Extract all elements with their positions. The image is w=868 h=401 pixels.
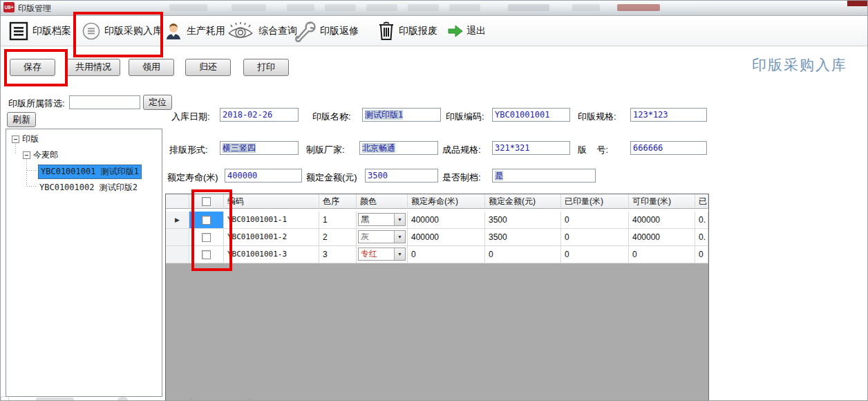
product-spec-field[interactable]: 321*321 — [492, 141, 570, 155]
rated-life-field[interactable]: 400000 — [225, 169, 302, 183]
toolbar-item-plate-purchase[interactable]: 印版采购入库 — [82, 16, 162, 46]
cell-life[interactable]: 400000 — [408, 229, 485, 246]
plate-name-field[interactable]: 测试印版1 — [362, 108, 441, 122]
product-spec-value: 321*321 — [495, 143, 530, 153]
layout-form-field[interactable]: 横三竖四 — [220, 141, 299, 155]
plate-code-field[interactable]: YBC01001001 — [492, 108, 570, 122]
toolbar-item-plate-scrap[interactable]: 印版报废 — [377, 16, 437, 46]
chevron-down-icon[interactable]: ▼ — [394, 214, 405, 225]
row-indicator[interactable] — [166, 229, 189, 246]
titlebar-ghost — [408, 4, 439, 11]
cell-printable[interactable]: 400000 — [629, 212, 695, 229]
cell-extra[interactable]: 0. — [695, 229, 708, 246]
titlebar-ghost — [366, 4, 397, 11]
filter-input[interactable] — [69, 95, 140, 109]
select-all-checkbox-cell[interactable] — [189, 194, 224, 209]
tree-node-label: YBC01001001 测试印版1 — [38, 165, 142, 179]
titlebar-ghost — [287, 4, 314, 11]
row-checkbox-cell[interactable] — [189, 246, 224, 263]
tree-node-root[interactable]: 印版 — [12, 133, 39, 145]
row-checkbox[interactable] — [202, 233, 211, 242]
toolbar-item-label: 印版档案 — [32, 25, 71, 37]
tree-node-group[interactable]: 今麦郎 — [23, 149, 58, 161]
storage-date-field[interactable]: 2018-02-26 — [220, 108, 299, 122]
col-header-printed[interactable]: 已印量(米) — [561, 194, 629, 209]
cell-amount[interactable]: 3500 — [485, 212, 561, 229]
toolbar-item-label: 综合查询 — [258, 25, 297, 37]
col-header-seq[interactable]: 色序 — [319, 194, 357, 209]
cell-printed[interactable]: 0 — [561, 246, 629, 263]
color-sequence-grid: 编码 色序 颜色 额定寿命(米) 额定金额(元) 已印量(米) 可印量(米) 已… — [165, 194, 709, 401]
row-checkbox[interactable] — [202, 216, 211, 225]
toolbar-item-综合查询[interactable]: 综合查询 — [226, 16, 297, 46]
color-dropdown[interactable]: 专红▼ — [358, 248, 406, 261]
locate-button[interactable]: 定位 — [143, 95, 172, 110]
refresh-button[interactable]: 刷新 — [7, 112, 36, 127]
is-archived-value: 是 — [495, 171, 503, 180]
toolbar-item-exit[interactable]: 退出 — [448, 16, 486, 46]
layout-form-label: 排版形式: — [169, 144, 208, 156]
collapse-icon[interactable] — [12, 136, 19, 143]
cell-printed[interactable]: 0 — [561, 229, 629, 246]
return-button[interactable]: 归还 — [185, 59, 231, 76]
cell-extra[interactable]: 0 — [695, 246, 708, 263]
cell-amount[interactable]: 0 — [485, 246, 561, 263]
plate-no-field[interactable]: 666666 — [630, 141, 707, 155]
col-header-amount[interactable]: 额定金额(元) — [485, 194, 561, 209]
tree-node-label: YBC01001002 测试印版2 — [39, 182, 138, 194]
is-archived-field[interactable]: 是 — [492, 169, 596, 183]
color-dropdown[interactable]: 灰▼ — [358, 230, 406, 243]
cell-amount[interactable]: 3500 — [485, 229, 561, 246]
collapse-icon[interactable] — [23, 151, 30, 159]
row-checkbox[interactable] — [202, 250, 211, 259]
tree-node-plate1-selected[interactable]: YBC01001001 测试印版1 — [38, 165, 142, 179]
cell-seq[interactable]: 2 — [319, 229, 357, 246]
chevron-down-icon[interactable]: ▼ — [394, 231, 405, 243]
col-header-color[interactable]: 颜色 — [357, 194, 408, 209]
color-dropdown-value: 专红 — [361, 248, 377, 260]
cell-code[interactable]: YBC01001001-3 — [224, 246, 319, 263]
row-indicator[interactable] — [166, 246, 189, 263]
plate-spec-field[interactable]: 123*123 — [630, 108, 707, 122]
rated-amount-field[interactable]: 3500 — [365, 169, 438, 183]
grid-corner-header[interactable] — [166, 194, 189, 209]
cell-extra[interactable]: 0. — [695, 212, 708, 229]
color-dropdown[interactable]: 黑▼ — [358, 213, 406, 226]
plate-maker-field[interactable]: 北京畅通 — [359, 141, 438, 155]
col-header-life[interactable]: 额定寿命(米) — [408, 194, 485, 209]
trash-icon — [377, 21, 395, 41]
titlebar-ghost — [508, 4, 549, 11]
toolbar-item-label: 生产耗用 — [187, 25, 225, 37]
cell-seq[interactable]: 1 — [319, 212, 357, 229]
cell-code[interactable]: YBC01001001-2 — [224, 229, 319, 246]
row-checkbox-cell[interactable] — [189, 229, 224, 246]
col-header-extra[interactable]: 已 — [695, 194, 708, 209]
row-indicator[interactable]: ▶ — [166, 212, 189, 229]
col-header-code[interactable]: 编码 — [224, 194, 319, 209]
cell-code[interactable]: YBC01001001-1 — [224, 212, 319, 229]
cell-printed[interactable]: 0 — [561, 212, 629, 229]
plate-maker-value: 北京畅通 — [362, 143, 395, 153]
cell-color[interactable]: 专红▼ — [357, 246, 408, 263]
chevron-down-icon[interactable]: ▼ — [394, 248, 405, 260]
toolbar-item-production-consume[interactable]: 生产耗用 — [164, 16, 225, 46]
cell-color[interactable]: 黑▼ — [357, 212, 408, 229]
cell-color[interactable]: 灰▼ — [357, 229, 408, 246]
row-checkbox-cell[interactable] — [189, 212, 224, 229]
col-header-printable[interactable]: 可印量(米) — [629, 194, 695, 209]
tree-node-plate2[interactable]: YBC01001002 测试印版2 — [39, 182, 138, 194]
titlebar-ghost — [572, 4, 600, 11]
list-square-icon — [8, 21, 29, 41]
save-button[interactable]: 保存 — [10, 59, 55, 76]
cell-printable[interactable]: 0 — [629, 246, 695, 263]
print-button[interactable]: 打印 — [243, 59, 289, 76]
toolbar-item-plate-archive[interactable]: 印版档案 — [8, 16, 71, 46]
cell-life[interactable]: 0 — [408, 246, 485, 263]
cell-life[interactable]: 400000 — [408, 212, 485, 229]
select-all-checkbox[interactable] — [202, 197, 211, 206]
toolbar-item-plate-repair[interactable]: 印版返修 — [293, 16, 359, 46]
borrow-button[interactable]: 领用 — [129, 59, 174, 76]
shared-status-button[interactable]: 共用情况 — [66, 59, 120, 76]
cell-seq[interactable]: 3 — [319, 246, 357, 263]
cell-printable[interactable]: 400000 — [629, 229, 695, 246]
